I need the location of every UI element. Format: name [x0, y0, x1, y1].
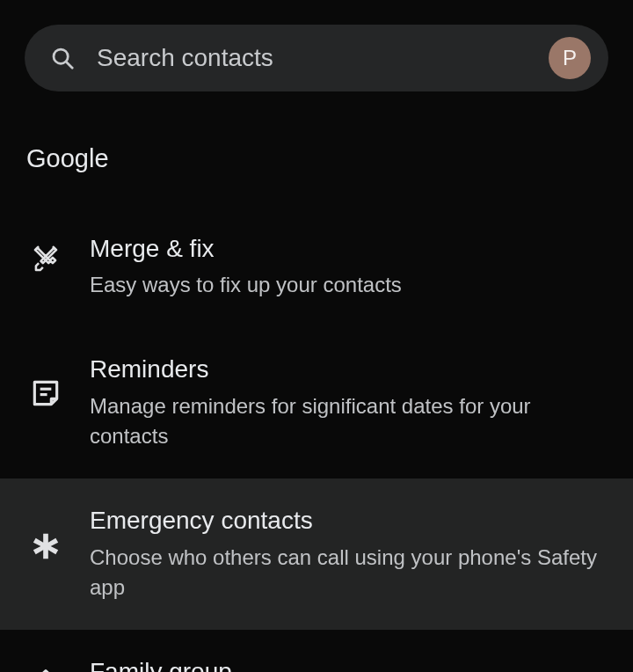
- item-text: Family group Share family features or se…: [90, 656, 607, 672]
- item-subtitle: Manage reminders for significant dates f…: [90, 391, 607, 453]
- list-item-emergency-contacts[interactable]: Emergency contacts Choose who others can…: [0, 478, 633, 630]
- settings-list: Merge & fix Easy ways to fix up your con…: [0, 207, 633, 672]
- item-title: Reminders: [90, 354, 607, 385]
- list-item-reminders[interactable]: Reminders Manage reminders for significa…: [0, 327, 633, 478]
- note-icon: [26, 376, 65, 410]
- asterisk-icon: [26, 531, 65, 561]
- avatar-initial: P: [563, 46, 577, 70]
- item-title: Family group: [90, 656, 607, 672]
- item-title: Merge & fix: [90, 233, 607, 265]
- tools-icon: [26, 244, 65, 277]
- svg-line-1: [67, 62, 73, 69]
- search-bar[interactable]: Search contacts P: [25, 25, 608, 91]
- avatar[interactable]: P: [549, 37, 591, 79]
- item-title: Emergency contacts: [90, 505, 607, 537]
- home-heart-icon: [26, 667, 65, 672]
- list-item-merge-fix[interactable]: Merge & fix Easy ways to fix up your con…: [0, 207, 633, 327]
- list-item-family-group[interactable]: Family group Share family features or se…: [0, 630, 633, 672]
- item-text: Reminders Manage reminders for significa…: [90, 354, 607, 452]
- item-text: Emergency contacts Choose who others can…: [90, 505, 607, 603]
- search-icon: [47, 43, 77, 73]
- item-subtitle: Choose who others can call using your ph…: [90, 543, 607, 604]
- search-input-placeholder: Search contacts: [97, 44, 549, 72]
- section-header: Google: [0, 91, 633, 173]
- item-subtitle: Easy ways to fix up your contacts: [90, 270, 607, 301]
- item-text: Merge & fix Easy ways to fix up your con…: [90, 233, 607, 301]
